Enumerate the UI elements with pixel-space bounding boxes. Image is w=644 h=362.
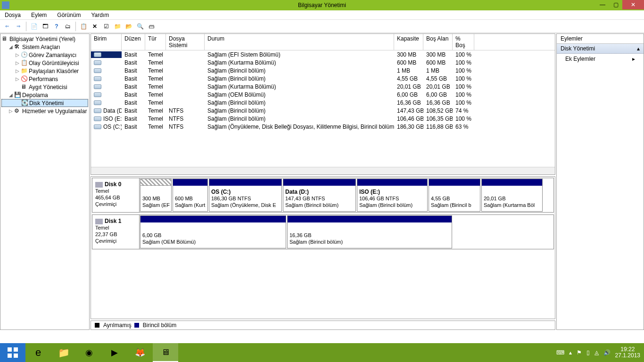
volume-row[interactable]: BasitTemelSağlam (EFI Sistem Bölümü)300 … [91, 50, 555, 58]
taskbar-mmc[interactable]: 🖥 [153, 343, 178, 362]
tb-icon-9[interactable]: 🗃 [146, 21, 157, 32]
tree-performance[interactable]: ▷🚫Performans [1, 75, 88, 83]
volume-icon [94, 52, 101, 57]
help-icon[interactable]: ? [51, 21, 62, 32]
expand-icon[interactable]: ▷ [15, 60, 20, 66]
partition-stripe [209, 179, 281, 186]
scrollbar-horizontal[interactable] [91, 167, 555, 174]
col-type[interactable]: Tür [145, 34, 166, 50]
tray-up-icon[interactable]: ▴ [569, 349, 572, 356]
close-button[interactable]: ✕ [622, 0, 644, 9]
tb-icon-2[interactable]: 🗔 [40, 21, 50, 32]
disk-graphical-view[interactable]: Disk 0Temel465,64 GBÇevrimiçi300 MBSağla… [91, 176, 555, 319]
disk-row[interactable]: Disk 1Temel22,37 GBÇevrimiçi6,00 GBSağla… [92, 214, 554, 249]
partition[interactable]: 20,01 GBSağlam (Kurtarma Böl [481, 179, 543, 212]
tb-icon-1[interactable]: 📄 [29, 21, 39, 32]
partition[interactable]: 600 MBSağlam (Kurt [173, 179, 208, 212]
menu-action[interactable]: Eylem [29, 11, 49, 19]
start-button[interactable] [0, 343, 25, 362]
expand-icon[interactable]: ▷ [8, 108, 13, 114]
folder-icon: 📁 [58, 347, 70, 358]
taskbar[interactable]: e 📁 ◉ ▶ 🦊 🖥 ⌨ ▴ ⚑ ▯ ◬ 🔊 19:22 27.1.2013 [0, 343, 644, 362]
maximize-button[interactable]: ▢ [609, 0, 622, 9]
volume-icon [94, 124, 101, 129]
back-button[interactable]: ⇐ [2, 21, 12, 32]
col-fs[interactable]: Dosya Sistemi [166, 34, 205, 50]
expand-icon[interactable]: ▷ [15, 52, 20, 58]
tree-task-scheduler[interactable]: ▷🕒Görev Zamanlayıcı [1, 51, 88, 59]
col-capacity[interactable]: Kapasite [394, 34, 423, 50]
tree-disk-management[interactable]: 💽Disk Yönetimi [1, 99, 88, 107]
volume-icon [94, 116, 101, 121]
partition[interactable]: 4,55 GBSağlam (Birincil b [429, 179, 480, 212]
tb-icon-3[interactable]: 🗂 [63, 21, 73, 32]
col-status[interactable]: Durum [205, 34, 394, 50]
menu-help[interactable]: Yardım [89, 11, 111, 19]
tree-storage[interactable]: ◢💾Depolama [1, 91, 88, 99]
partition[interactable]: Data (D:)147,43 GB NTFSSağlam (Birincil … [283, 179, 356, 212]
taskbar-chrome[interactable]: ◉ [76, 343, 102, 362]
tree-device-manager[interactable]: 🖥Aygıt Yöneticisi [1, 83, 88, 91]
volume-row[interactable]: BasitTemelSağlam (Kurtarma Bölümü)600 MB… [91, 58, 555, 66]
partition[interactable]: 300 MBSağlam (EF [140, 179, 172, 212]
taskbar-firefox[interactable]: 🦊 [127, 343, 153, 362]
taskbar-media[interactable]: ▶ [102, 343, 127, 362]
collapse-icon[interactable]: ◢ [8, 92, 13, 98]
collapse-icon[interactable]: ◢ [8, 44, 13, 49]
actions-section[interactable]: Disk Yönetimi▴ [557, 44, 644, 54]
forward-button[interactable]: ⇒ [13, 21, 24, 32]
minimize-button[interactable]: — [596, 0, 609, 9]
app-icon [2, 1, 9, 9]
taskbar-explorer[interactable]: 📁 [51, 343, 76, 362]
tray-clock[interactable]: 19:22 27.1.2013 [615, 346, 640, 359]
volume-list[interactable]: Birim Düzen Tür Dosya Sistemi Durum Kapa… [91, 33, 555, 175]
expand-icon[interactable]: ▷ [15, 68, 20, 74]
col-volume[interactable]: Birim [91, 34, 122, 50]
legend-unallocated: Ayrılmamış [103, 322, 132, 329]
volume-row[interactable]: ISO (E:)BasitTemelNTFSSağlam (Birincil b… [91, 115, 555, 123]
keyboard-icon[interactable]: ⌨ [556, 349, 564, 356]
tree-root[interactable]: 🖥Bilgisayar Yönetimi (Yerel) [1, 35, 88, 43]
col-free[interactable]: Boş Alan [423, 34, 453, 50]
partition[interactable]: OS (C:)186,30 GB NTFSSağlam (Önyükleme, … [209, 179, 282, 212]
expand-icon[interactable]: ▷ [15, 76, 20, 82]
volume-row[interactable]: BasitTemelSağlam (Birincil bölüm)4,55 GB… [91, 74, 555, 82]
menu-file[interactable]: Dosya [3, 11, 23, 19]
volume-row[interactable]: BasitTemelSağlam (Birincil bölüm)1 MB1 M… [91, 66, 555, 74]
tree-event-viewer[interactable]: ▷📋Olay Görüntüleyicisi [1, 59, 88, 67]
navigation-tree[interactable]: 🖥Bilgisayar Yönetimi (Yerel) ◢🛠Sistem Ar… [0, 33, 90, 330]
partition[interactable]: ISO (E:)106,46 GB NTFSSağlam (Birincil b… [357, 179, 428, 212]
menu-view[interactable]: Görünüm [55, 11, 83, 19]
volume-icon[interactable]: 🔊 [603, 349, 611, 356]
col-layout[interactable]: Düzen [122, 34, 145, 50]
tb-icon-7[interactable]: 📂 [124, 21, 134, 32]
grid-header[interactable]: Birim Düzen Tür Dosya Sistemi Durum Kapa… [91, 34, 555, 50]
partition[interactable]: 16,36 GBSağlam (Birincil bölüm) [287, 215, 452, 248]
arrow-left-icon: ⇐ [5, 24, 9, 29]
partition-stripe [283, 179, 355, 186]
taskbar-ie[interactable]: e [25, 343, 51, 362]
system-tray[interactable]: ⌨ ▴ ⚑ ▯ ◬ 🔊 19:22 27.1.2013 [556, 346, 644, 359]
delete-icon[interactable]: ✕ [90, 21, 100, 32]
volume-row[interactable]: BasitTemelSağlam (Birincil bölüm)16,36 G… [91, 99, 555, 107]
tb-icon-5[interactable]: ☑ [101, 21, 111, 32]
tree-services-apps[interactable]: ▷⚙Hizmetler ve Uygulamalar [1, 107, 88, 115]
folder-icon: 📁 [21, 67, 28, 74]
legend: Ayrılmamış Birincil bölüm [91, 321, 555, 330]
battery-icon[interactable]: ▯ [586, 349, 590, 356]
volume-row[interactable]: OS (C:)BasitTemelNTFSSağlam (Önyükleme, … [91, 123, 555, 131]
disk-row[interactable]: Disk 0Temel465,64 GBÇevrimiçi300 MBSağla… [92, 178, 554, 213]
tree-shared-folders[interactable]: ▷📁Paylaşılan Klasörler [1, 67, 88, 75]
col-pct[interactable]: % Boş [453, 34, 474, 50]
tb-icon-4[interactable]: 📋 [78, 21, 89, 32]
tb-icon-8[interactable]: 🔍 [135, 21, 145, 32]
partition[interactable]: 6,00 GBSağlam (OEM Bölümü) [140, 215, 286, 248]
flag-icon[interactable]: ⚑ [577, 349, 582, 356]
network-icon[interactable]: ◬ [594, 349, 599, 356]
tree-system-tools[interactable]: ◢🛠Sistem Araçları [1, 43, 88, 51]
volume-row[interactable]: Data (D:)BasitTemelNTFSSağlam (Birincil … [91, 107, 555, 115]
volume-row[interactable]: BasitTemelSağlam (OEM Bölümü)6,00 GB6,00… [91, 90, 555, 99]
actions-more[interactable]: Ek Eylemler▸ [557, 54, 644, 64]
volume-row[interactable]: BasitTemelSağlam (Kurtarma Bölümü)20,01 … [91, 82, 555, 90]
tb-icon-6[interactable]: 📁 [112, 21, 123, 32]
